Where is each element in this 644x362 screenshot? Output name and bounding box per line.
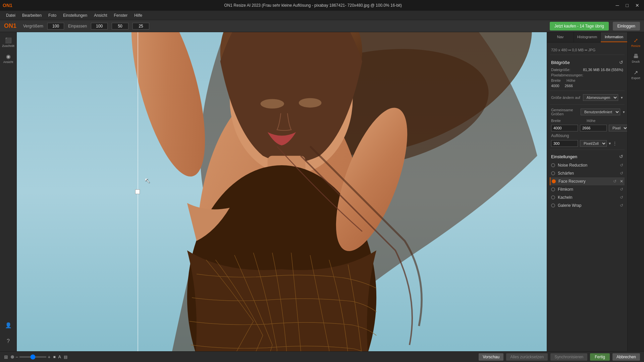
filmkorn-radio[interactable] [551,187,555,191]
photo-svg [17,32,547,351]
sync-button[interactable]: Synchronisieren [550,353,587,361]
preview-button[interactable]: Vorschau [479,353,503,361]
einstellungen-reset-icon[interactable]: ↺ [619,154,623,159]
linked-dropdown[interactable]: Benutzerdefiniert [581,109,620,115]
menu-ansicht[interactable]: Ansicht [91,12,110,19]
linked-row: Gemeinsame Größen Benutzerdefiniert ▾ [550,107,625,117]
zoom-slider[interactable] [19,356,46,358]
width2-label: Breite [551,119,581,123]
export-label: Export [631,76,640,80]
on1-logo: ON1 [4,22,16,29]
filmkorn-reset-icon[interactable]: ↺ [620,187,623,192]
zoom-controls: − + [11,354,50,360]
druck-label: Druck [632,60,640,63]
noise-reduction-radio[interactable] [551,163,555,167]
face-recovery-reset-icon[interactable]: ↺ [613,179,616,184]
einpassen-input1[interactable] [91,23,108,29]
bildgroesse-reset-icon[interactable]: ↺ [619,60,623,65]
menu-bearbeiten[interactable]: Bearbeiten [19,12,45,19]
width2-input[interactable] [551,125,578,131]
zoom-input[interactable] [47,23,64,29]
settings-face-recovery[interactable]: Face Recovery ↺ ✕ [550,177,625,185]
kacheln-radio[interactable] [551,195,555,199]
person-icon: 👤 [5,322,12,328]
noise-reduction-reset-icon[interactable]: ↺ [620,163,623,168]
resolution-input[interactable] [551,140,578,147]
split-handle[interactable] [135,189,140,194]
unit-dropdown[interactable]: Pixel [609,125,627,131]
einpassen-input2[interactable] [112,23,128,29]
resolution-options-icon[interactable]: ⋮ [613,141,617,146]
settings-filmkorn[interactable]: Filmkorn ↺ [550,185,625,193]
zoom-out-button[interactable]: − [15,354,18,360]
channel-mask-icon: ▤ [64,355,67,359]
settings-kacheln[interactable]: Kacheln ↺ [550,193,625,201]
groesse-dropdown[interactable]: Abmessungen [583,94,618,101]
menu-hilfe[interactable]: Hilfe [131,12,146,19]
tool-question[interactable]: ? [1,334,16,349]
resize-panel-button[interactable]: ⤢ Resize [629,35,643,50]
tool-ansicht[interactable]: ◉ Ansicht [1,51,16,66]
tool-zuschnitt[interactable]: ⬛ Zuschnitt [1,35,16,50]
zoom-label: Vergrößern [23,24,43,28]
fertig-button[interactable]: Fertig [590,353,610,361]
dims-values-row: 4000 2666 [550,83,625,88]
einpassen-input3[interactable] [132,23,149,29]
resolution-label: Auflösung [551,133,578,138]
settings-galerie-wrap[interactable]: Galerie Wrap ↺ [550,201,625,209]
settings-schaerfen[interactable]: Schärfen ↺ [550,169,625,177]
buy-button[interactable]: Jetzt kaufen - 14 Tage übrig [550,22,609,31]
svg-point-11 [299,98,322,108]
settings-noise-reduction[interactable]: Noise Reduction ↺ [550,161,625,169]
schaerfen-reset-icon[interactable]: ↺ [620,171,623,176]
menu-datei[interactable]: Datei [3,12,19,19]
kacheln-label: Kacheln [558,195,617,200]
abbrechen-button[interactable]: Abbrechen [612,353,640,361]
linked-chevron-icon: ▾ [623,110,625,114]
app-logo: ON1 [3,3,12,8]
tool-person[interactable]: 👤 [1,318,16,333]
panel-tabs: Nav Histogramm Information [547,32,627,43]
einstellungen-header: Einstellungen ↺ [550,152,625,161]
reset-button[interactable]: Alles zurücksetzen [506,353,548,361]
galerie-wrap-radio[interactable] [551,203,555,207]
resolution-unit-dropdown[interactable]: Pixel/Zoll [580,140,607,147]
tool-zuschnitt-label: Zuschnitt [2,44,14,48]
close-button[interactable]: ✕ [633,2,641,9]
face-recovery-radio[interactable] [552,179,556,183]
bottom-bar: ⊞ − + ■ A ▤ Vorschau Alles zurücksetzen … [0,351,644,362]
maximize-button[interactable]: □ [624,2,631,9]
minimize-button[interactable]: ─ [614,2,621,9]
resolution-unit-chevron-icon: ▾ [609,141,611,146]
login-button[interactable]: Einloggen [613,22,640,31]
canvas-area[interactable]: ↖ [17,32,547,351]
menu-fenster[interactable]: Fenster [111,12,131,19]
schaerfen-radio[interactable] [551,171,555,175]
linked-label: Gemeinsame Größen [551,108,578,116]
crop-icon: ⬛ [5,37,12,44]
kacheln-reset-icon[interactable]: ↺ [620,195,623,200]
resolution-input-row: Pixel/Zoll ▾ ⋮ [550,139,625,147]
height2-label: Höhe [587,119,597,123]
tab-nav[interactable]: Nav [547,32,574,42]
channel-icon: ■ [53,355,55,359]
export-panel-button[interactable]: ↗ Export [629,67,643,82]
druck-panel-button[interactable]: 🖶 Druck [629,51,643,66]
pixel-dims-row: Pixelabmessungen: [550,72,625,78]
galerie-wrap-reset-icon[interactable]: ↺ [620,203,623,208]
dims-labels-row: Breite Höhe [550,78,625,83]
filmkorn-label: Filmkorn [558,187,617,192]
export-icon: ↗ [634,69,638,76]
height2-input[interactable] [580,125,607,131]
title-bar: ON1 ON1 Resize AI 2023 (Frau sehr kleine… [0,0,644,11]
zoom-fit-icon[interactable]: ⊞ [4,354,8,360]
zoom-in-button[interactable]: + [48,354,50,360]
tab-histogramm[interactable]: Histogramm [574,32,601,42]
right-panel: Nav Histogramm Information 720 x 480 •• … [547,32,627,351]
menu-einstellungen[interactable]: Einstellungen [60,12,91,19]
tab-information[interactable]: Information [601,32,627,42]
menu-foto[interactable]: Foto [45,12,60,19]
main-area: ⬛ Zuschnitt ◉ Ansicht 👤 ? [0,32,644,351]
window-title: ON1 Resize AI 2023 (Frau sehr kleine Auf… [224,3,402,8]
face-recovery-close-icon[interactable]: ✕ [620,179,623,184]
